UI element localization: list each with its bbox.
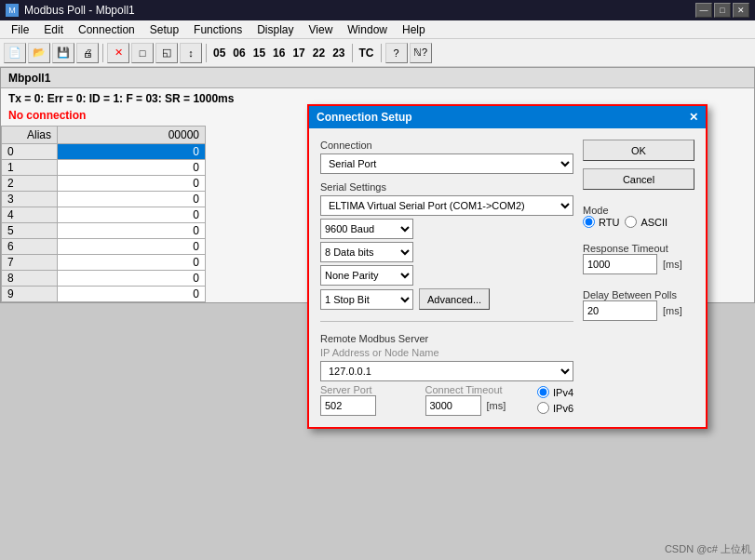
ip-version-group: IPv4 IPv6 — [537, 386, 573, 414]
about-icon[interactable]: ℕ? — [410, 43, 432, 63]
menu-help[interactable]: Help — [395, 22, 433, 37]
data-bits-select[interactable]: 8 Data bits — [320, 242, 413, 262]
delay-polls-label: Delay Between Polls — [583, 289, 694, 300]
app-icon: M — [6, 4, 19, 17]
window-title: Modbus Poll - Mbpoll1 — [24, 4, 690, 17]
minimize-button[interactable]: — — [695, 3, 712, 18]
dialog-title-bar: Connection Setup ✕ — [309, 106, 706, 128]
save-button[interactable]: 💾 — [52, 43, 74, 63]
response-timeout-input[interactable] — [583, 254, 657, 274]
ok-button[interactable]: OK — [583, 140, 694, 161]
menu-setup[interactable]: Setup — [142, 22, 186, 37]
toolbar-22[interactable]: 22 — [310, 47, 328, 60]
close-button[interactable]: ✕ — [733, 3, 749, 18]
toolbar-separator-1 — [102, 44, 103, 62]
cancel-button[interactable]: Cancel — [583, 168, 694, 190]
remote-modbus-label: Remote Modbus Server — [320, 333, 573, 344]
ip-select[interactable]: 127.0.0.1 — [320, 361, 573, 381]
connection-label: Connection — [320, 140, 573, 151]
new-button[interactable]: 📄 — [4, 43, 26, 63]
server-port-group: Server Port — [320, 384, 420, 416]
serial-settings-label: Serial Settings — [320, 181, 573, 193]
toolbar-05[interactable]: 05 — [210, 47, 228, 60]
dialog-title-text: Connection Setup — [317, 111, 412, 124]
ipv6-option[interactable]: IPv6 — [537, 402, 573, 414]
mode-inline: RTU ASCII — [583, 216, 694, 228]
watermark: CSDN @c# 上位机 — [665, 542, 751, 556]
main-area: Mbpoll1 Tx = 0: Err = 0: ID = 1: F = 03:… — [0, 67, 755, 560]
open-button[interactable]: 📂 — [28, 43, 50, 63]
delay-polls-group: Delay Between Polls [ms] — [583, 289, 694, 321]
connect-timeout-unit: [ms] — [487, 400, 506, 411]
baud-row: 9600 Baud — [320, 219, 573, 239]
connect-timeout-label: Connect Timeout — [425, 384, 525, 395]
toolbar-15[interactable]: 15 — [250, 47, 268, 60]
response-timeout-unit: [ms] — [663, 259, 682, 270]
advanced-button[interactable]: Advanced... — [419, 288, 490, 310]
delay-polls-row: [ms] — [583, 300, 694, 321]
menu-window[interactable]: Window — [340, 22, 395, 37]
print-button[interactable]: 🖨 — [76, 43, 99, 63]
remote-modbus-group: Remote Modbus Server IP Address or Node … — [320, 333, 573, 416]
tile-button[interactable]: ◱ — [155, 43, 178, 63]
toolbar-23[interactable]: 23 — [330, 47, 347, 60]
ipv4-option[interactable]: IPv4 — [537, 386, 573, 398]
serial-settings-group: Serial Settings ELTIMA Virtual Serial Po… — [320, 181, 573, 310]
rtu-radio[interactable] — [583, 216, 595, 228]
serial-port-select[interactable]: ELTIMA Virtual Serial Port (COM1->COM2) — [320, 195, 573, 216]
response-timeout-label: Response Timeout — [583, 243, 694, 254]
connect-timeout-input[interactable] — [425, 395, 481, 416]
toolbar-separator-2 — [206, 44, 207, 62]
server-port-row: Server Port Connect Timeout [ms] — [320, 384, 573, 416]
data-bits-row: 8 Data bits — [320, 242, 573, 262]
maximize-button[interactable]: □ — [714, 3, 731, 18]
toolbar-tc[interactable]: TC — [357, 47, 377, 60]
stop-bit-select[interactable]: 1 Stop Bit — [320, 289, 413, 310]
response-timeout-group: Response Timeout [ms] — [583, 243, 694, 274]
ascii-radio[interactable] — [625, 216, 637, 228]
mode-label: Mode — [583, 205, 694, 216]
toolbar-separator-4 — [381, 44, 382, 62]
connection-setup-dialog: Connection Setup ✕ Connection Serial Por… — [307, 104, 708, 429]
ip-label: IP Address or Node Name — [320, 347, 573, 358]
toolbar-separator-3 — [352, 44, 353, 62]
menu-view[interactable]: View — [302, 22, 341, 37]
connect-timeout-row: [ms] — [425, 395, 525, 416]
baud-select[interactable]: 9600 Baud — [320, 219, 413, 239]
menu-edit[interactable]: Edit — [36, 22, 71, 37]
dialog-left-panel: Connection Serial Port Serial Settings E… — [320, 140, 573, 416]
ipv6-radio[interactable] — [537, 402, 549, 414]
toolbar-16[interactable]: 16 — [270, 47, 288, 60]
menu-display[interactable]: Display — [249, 22, 301, 37]
ipv4-label: IPv4 — [553, 387, 573, 398]
connection-select[interactable]: Serial Port — [320, 153, 573, 174]
mode-radio-group: RTU ASCII — [583, 216, 694, 228]
toolbar-17[interactable]: 17 — [290, 47, 307, 60]
sort-button[interactable]: ↕ — [180, 43, 202, 63]
ipv6-label: IPv6 — [553, 403, 573, 414]
toolbar-06[interactable]: 06 — [230, 47, 248, 60]
dialog-body: Connection Serial Port Serial Settings E… — [309, 128, 706, 427]
dialog-close-button[interactable]: ✕ — [689, 111, 698, 124]
parity-select[interactable]: None Parity — [320, 265, 413, 286]
window-button[interactable]: □ — [131, 43, 154, 63]
menu-functions[interactable]: Functions — [186, 22, 249, 37]
delay-polls-input[interactable] — [583, 300, 657, 321]
menu-connection[interactable]: Connection — [71, 22, 142, 37]
dialog-overlay: Connection Setup ✕ Connection Serial Por… — [0, 67, 755, 560]
help-icon[interactable]: ? — [385, 43, 408, 63]
mode-group: Mode RTU ASCII — [583, 205, 694, 228]
rtu-option[interactable]: RTU — [583, 216, 619, 228]
ipv4-radio[interactable] — [537, 386, 549, 398]
ascii-option[interactable]: ASCII — [625, 216, 667, 228]
menu-file[interactable]: File — [4, 22, 36, 37]
stop-button[interactable]: ✕ — [107, 43, 129, 63]
window-controls[interactable]: — □ ✕ — [695, 3, 749, 18]
stop-bit-advanced-row: 1 Stop Bit Advanced... — [320, 288, 573, 310]
connect-timeout-group: Connect Timeout [ms] — [425, 384, 525, 416]
delay-polls-unit: [ms] — [663, 305, 682, 316]
server-port-label: Server Port — [320, 384, 420, 395]
toolbar: 📄 📂 💾 🖨 ✕ □ ◱ ↕ 05 06 15 16 17 22 23 TC … — [0, 39, 755, 67]
section-divider — [320, 321, 573, 322]
server-port-input[interactable] — [320, 395, 376, 416]
